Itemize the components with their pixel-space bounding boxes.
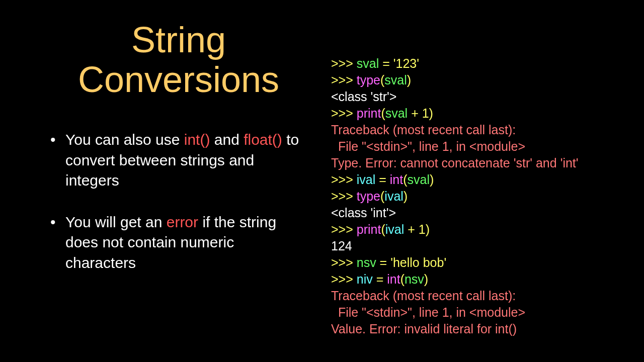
code-line-11: >>> print(ival + 1) [331,221,624,238]
slide: String Conversions You can also use int(… [0,0,644,362]
code-line-8: >>> ival = int(sval) [331,171,624,188]
bullet-1: You can also use int() and float() to co… [50,130,307,191]
code-line-1: >>> sval = '123' [331,55,624,72]
code-line-9: >>> type(ival) [331,188,624,205]
bullet-1-text-mid: and [210,131,244,148]
bullet-2-text-pre: You will get an [65,214,167,230]
code-line-6: File "<stdin>", line 1, in <module> [331,138,624,155]
code-line-5: Traceback (most recent call last): [331,122,624,138]
code-line-17: Value. Error: invalid literal for int() [331,321,624,337]
code-line-10: <class 'int'> [331,205,624,221]
left-column: String Conversions You can also use int(… [0,0,322,362]
slide-title: String Conversions [50,20,307,100]
code-line-2: >>> type(sval) [331,72,624,88]
title-line1: String [131,20,226,60]
bullet-list: You can also use int() and float() to co… [50,130,307,273]
code-line-3: <class 'str'> [331,88,624,105]
keyword-float: float() [244,131,282,148]
code-line-16: File "<stdin>", line 1, in <module> [331,304,624,321]
keyword-error: error [167,214,198,230]
code-line-4: >>> print(sval + 1) [331,105,624,122]
title-line2: Conversions [78,59,279,100]
code-line-7: Type. Error: cannot concatenate 'str' an… [331,155,624,171]
code-line-14: >>> niv = int(nsv) [331,271,624,288]
bullet-2: You will get an error if the string does… [50,212,307,274]
keyword-int: int() [184,131,210,148]
bullet-1-text-pre: You can also use [65,131,184,148]
code-line-13: >>> nsv = 'hello bob' [331,254,624,271]
code-line-15: Traceback (most recent call last): [331,288,624,304]
code-line-12: 124 [331,238,624,254]
code-panel: >>> sval = '123' >>> type(sval) <class '… [322,0,644,362]
